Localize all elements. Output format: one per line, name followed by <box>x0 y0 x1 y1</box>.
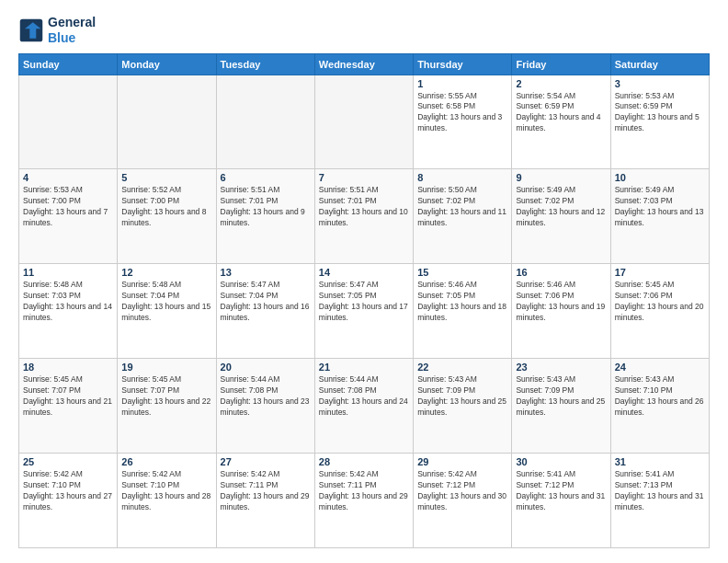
empty-cell <box>118 75 216 169</box>
day-number: 31 <box>615 456 705 467</box>
logo-icon <box>18 17 44 43</box>
day-cell-7: 7 Sunrise: 5:51 AM Sunset: 7:01 PM Dayli… <box>314 169 413 264</box>
day-cell-28: 28 Sunrise: 5:42 AM Sunset: 7:11 PM Dayl… <box>314 454 413 548</box>
day-number: 28 <box>319 456 409 467</box>
day-info: Sunrise: 5:42 AM Sunset: 7:12 PM Dayligh… <box>417 469 507 513</box>
day-number: 14 <box>319 267 409 278</box>
day-cell-31: 31 Sunrise: 5:41 AM Sunset: 7:13 PM Dayl… <box>610 454 709 548</box>
weekday-header-tuesday: Tuesday <box>216 53 314 75</box>
calendar-table: SundayMondayTuesdayWednesdayThursdayFrid… <box>18 53 710 548</box>
day-number: 3 <box>615 78 705 89</box>
day-info: Sunrise: 5:41 AM Sunset: 7:12 PM Dayligh… <box>516 469 606 513</box>
day-number: 12 <box>121 267 211 278</box>
logo-text: General Blue <box>48 15 96 46</box>
day-cell-5: 5 Sunrise: 5:52 AM Sunset: 7:00 PM Dayli… <box>118 169 216 264</box>
day-cell-4: 4 Sunrise: 5:53 AM Sunset: 7:00 PM Dayli… <box>19 169 118 264</box>
day-info: Sunrise: 5:49 AM Sunset: 7:02 PM Dayligh… <box>516 185 606 229</box>
day-info: Sunrise: 5:43 AM Sunset: 7:09 PM Dayligh… <box>516 374 606 419</box>
day-info: Sunrise: 5:43 AM Sunset: 7:09 PM Dayligh… <box>417 374 507 419</box>
week-row-1: 1 Sunrise: 5:55 AM Sunset: 6:58 PM Dayli… <box>19 75 710 169</box>
day-cell-23: 23 Sunrise: 5:43 AM Sunset: 7:09 PM Dayl… <box>512 359 610 454</box>
day-info: Sunrise: 5:52 AM Sunset: 7:00 PM Dayligh… <box>121 185 211 229</box>
day-number: 6 <box>221 172 311 183</box>
day-cell-26: 26 Sunrise: 5:42 AM Sunset: 7:10 PM Dayl… <box>118 454 216 548</box>
page: General Blue SundayMondayTuesdayWednesda… <box>0 0 728 563</box>
day-cell-1: 1 Sunrise: 5:55 AM Sunset: 6:58 PM Dayli… <box>414 75 512 169</box>
day-cell-12: 12 Sunrise: 5:48 AM Sunset: 7:04 PM Dayl… <box>118 264 216 359</box>
day-number: 16 <box>516 267 606 278</box>
day-cell-6: 6 Sunrise: 5:51 AM Sunset: 7:01 PM Dayli… <box>216 169 314 264</box>
day-info: Sunrise: 5:44 AM Sunset: 7:08 PM Dayligh… <box>221 374 311 419</box>
day-cell-14: 14 Sunrise: 5:47 AM Sunset: 7:05 PM Dayl… <box>314 264 413 359</box>
day-info: Sunrise: 5:55 AM Sunset: 6:58 PM Dayligh… <box>417 91 507 135</box>
day-info: Sunrise: 5:53 AM Sunset: 7:00 PM Dayligh… <box>23 185 113 229</box>
day-number: 15 <box>417 267 507 278</box>
day-info: Sunrise: 5:51 AM Sunset: 7:01 PM Dayligh… <box>221 185 311 229</box>
day-cell-19: 19 Sunrise: 5:45 AM Sunset: 7:07 PM Dayl… <box>118 359 216 454</box>
day-cell-21: 21 Sunrise: 5:44 AM Sunset: 7:08 PM Dayl… <box>314 359 413 454</box>
week-row-5: 25 Sunrise: 5:42 AM Sunset: 7:10 PM Dayl… <box>19 454 710 548</box>
day-info: Sunrise: 5:42 AM Sunset: 7:11 PM Dayligh… <box>319 469 409 513</box>
day-cell-25: 25 Sunrise: 5:42 AM Sunset: 7:10 PM Dayl… <box>19 454 118 548</box>
day-number: 2 <box>516 78 606 89</box>
day-info: Sunrise: 5:48 AM Sunset: 7:04 PM Dayligh… <box>121 280 211 324</box>
day-number: 26 <box>121 456 211 467</box>
day-info: Sunrise: 5:45 AM Sunset: 7:07 PM Dayligh… <box>121 374 211 419</box>
day-cell-16: 16 Sunrise: 5:46 AM Sunset: 7:06 PM Dayl… <box>512 264 610 359</box>
day-cell-18: 18 Sunrise: 5:45 AM Sunset: 7:07 PM Dayl… <box>19 359 118 454</box>
day-number: 22 <box>417 362 507 373</box>
day-info: Sunrise: 5:42 AM Sunset: 7:10 PM Dayligh… <box>23 469 113 513</box>
day-number: 23 <box>516 362 606 373</box>
day-info: Sunrise: 5:54 AM Sunset: 6:59 PM Dayligh… <box>516 91 606 135</box>
day-info: Sunrise: 5:49 AM Sunset: 7:03 PM Dayligh… <box>615 185 705 229</box>
day-info: Sunrise: 5:43 AM Sunset: 7:10 PM Dayligh… <box>615 374 705 419</box>
empty-cell <box>19 75 118 169</box>
weekday-header-sunday: Sunday <box>19 53 118 75</box>
day-number: 7 <box>319 172 409 183</box>
weekday-header-row: SundayMondayTuesdayWednesdayThursdayFrid… <box>19 53 710 75</box>
day-number: 29 <box>417 456 507 467</box>
day-number: 11 <box>23 267 113 278</box>
day-info: Sunrise: 5:53 AM Sunset: 6:59 PM Dayligh… <box>615 91 705 135</box>
day-cell-2: 2 Sunrise: 5:54 AM Sunset: 6:59 PM Dayli… <box>512 75 610 169</box>
day-number: 10 <box>615 172 705 183</box>
day-cell-17: 17 Sunrise: 5:45 AM Sunset: 7:06 PM Dayl… <box>610 264 709 359</box>
day-info: Sunrise: 5:51 AM Sunset: 7:01 PM Dayligh… <box>319 185 409 229</box>
day-cell-10: 10 Sunrise: 5:49 AM Sunset: 7:03 PM Dayl… <box>610 169 709 264</box>
day-number: 1 <box>417 78 507 89</box>
day-number: 8 <box>417 172 507 183</box>
day-cell-11: 11 Sunrise: 5:48 AM Sunset: 7:03 PM Dayl… <box>19 264 118 359</box>
day-cell-8: 8 Sunrise: 5:50 AM Sunset: 7:02 PM Dayli… <box>414 169 512 264</box>
weekday-header-friday: Friday <box>512 53 610 75</box>
day-cell-3: 3 Sunrise: 5:53 AM Sunset: 6:59 PM Dayli… <box>610 75 709 169</box>
day-number: 13 <box>221 267 311 278</box>
day-info: Sunrise: 5:48 AM Sunset: 7:03 PM Dayligh… <box>23 280 113 324</box>
week-row-2: 4 Sunrise: 5:53 AM Sunset: 7:00 PM Dayli… <box>19 169 710 264</box>
day-number: 24 <box>615 362 705 373</box>
day-cell-15: 15 Sunrise: 5:46 AM Sunset: 7:05 PM Dayl… <box>414 264 512 359</box>
day-info: Sunrise: 5:47 AM Sunset: 7:05 PM Dayligh… <box>319 280 409 324</box>
day-info: Sunrise: 5:45 AM Sunset: 7:06 PM Dayligh… <box>615 280 705 324</box>
day-info: Sunrise: 5:42 AM Sunset: 7:11 PM Dayligh… <box>221 469 311 513</box>
day-cell-29: 29 Sunrise: 5:42 AM Sunset: 7:12 PM Dayl… <box>414 454 512 548</box>
day-number: 5 <box>121 172 211 183</box>
day-info: Sunrise: 5:44 AM Sunset: 7:08 PM Dayligh… <box>319 374 409 419</box>
logo: General Blue <box>18 15 96 46</box>
day-info: Sunrise: 5:46 AM Sunset: 7:06 PM Dayligh… <box>516 280 606 324</box>
week-row-3: 11 Sunrise: 5:48 AM Sunset: 7:03 PM Dayl… <box>19 264 710 359</box>
day-cell-30: 30 Sunrise: 5:41 AM Sunset: 7:12 PM Dayl… <box>512 454 610 548</box>
day-cell-27: 27 Sunrise: 5:42 AM Sunset: 7:11 PM Dayl… <box>216 454 314 548</box>
day-number: 25 <box>23 456 113 467</box>
day-info: Sunrise: 5:46 AM Sunset: 7:05 PM Dayligh… <box>417 280 507 324</box>
day-cell-9: 9 Sunrise: 5:49 AM Sunset: 7:02 PM Dayli… <box>512 169 610 264</box>
day-info: Sunrise: 5:41 AM Sunset: 7:13 PM Dayligh… <box>615 469 705 513</box>
day-number: 20 <box>221 362 311 373</box>
day-info: Sunrise: 5:45 AM Sunset: 7:07 PM Dayligh… <box>23 374 113 419</box>
day-cell-13: 13 Sunrise: 5:47 AM Sunset: 7:04 PM Dayl… <box>216 264 314 359</box>
day-number: 21 <box>319 362 409 373</box>
day-cell-20: 20 Sunrise: 5:44 AM Sunset: 7:08 PM Dayl… <box>216 359 314 454</box>
day-number: 19 <box>121 362 211 373</box>
day-number: 30 <box>516 456 606 467</box>
day-cell-24: 24 Sunrise: 5:43 AM Sunset: 7:10 PM Dayl… <box>610 359 709 454</box>
header: General Blue <box>18 15 710 46</box>
